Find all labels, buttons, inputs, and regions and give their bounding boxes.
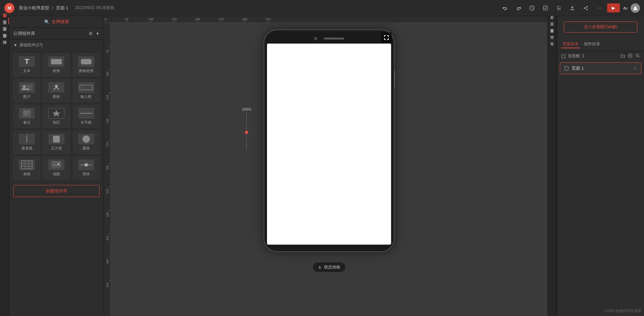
- component-item-note[interactable]: 备注: [13, 105, 40, 128]
- star-icon[interactable]: ☆: [633, 66, 637, 71]
- left-ruler: 0 50 100 150 200 250 300: [104, 23, 111, 316]
- svg-point-75: [636, 54, 639, 57]
- phone-notch: [267, 37, 391, 40]
- component-item-hline[interactable]: 水平线: [73, 105, 100, 128]
- svg-text:350: 350: [106, 189, 109, 194]
- search-pages-icon[interactable]: [635, 53, 640, 59]
- component-item-slider[interactable]: 滑块: [73, 156, 100, 180]
- panel-header: 公用组件库 ⚙ ✦: [9, 28, 104, 40]
- canvas-content: 100%: [111, 23, 547, 272]
- component-item-square[interactable]: 正方形: [43, 131, 70, 154]
- svg-rect-5: [51, 59, 62, 64]
- more-button[interactable]: ···: [594, 3, 604, 13]
- rsvtab-settings[interactable]: 设置: [548, 25, 556, 32]
- history-button[interactable]: [527, 3, 537, 13]
- component-item-vline[interactable]: 垂直线: [13, 131, 40, 154]
- canvas-area: 0 50 100 150 200 250 300 350: [104, 16, 547, 316]
- redo-button[interactable]: [513, 3, 524, 13]
- gear-icon[interactable]: ✦: [96, 31, 100, 36]
- component-icon-image: [19, 82, 35, 93]
- ruler-top-svg: 0 50 100 150 200 250 300 350: [104, 16, 547, 23]
- fullscreen-button[interactable]: [381, 32, 392, 43]
- component-item-icon[interactable]: 图标: [43, 79, 70, 102]
- component-item-circle[interactable]: 圆形: [73, 131, 100, 154]
- svg-rect-12: [22, 109, 31, 117]
- section-header[interactable]: ▼ 基础组件(17): [9, 40, 104, 51]
- svg-text:50: 50: [125, 18, 128, 21]
- component-label-rounded-rect: 圆角矩形: [79, 68, 94, 73]
- canvas-main: 0 50 100 150 200 250 300: [104, 23, 547, 316]
- svg-text:350: 350: [265, 18, 271, 21]
- share-button[interactable]: [580, 3, 591, 13]
- multiview-section: 进入多视图(Tab键): [557, 16, 644, 38]
- right-panel: 进入多视图(Tab键) 页面目录 组件目录 页面数: 1: [557, 16, 644, 316]
- checkbox-button[interactable]: [540, 3, 551, 13]
- component-icon-text: T: [19, 56, 35, 67]
- rsvtab-page-event[interactable]: 页面事件: [548, 32, 556, 39]
- undo-button[interactable]: [500, 3, 511, 13]
- app-name: 美业小程序原型: [19, 5, 49, 11]
- folder-icon[interactable]: [621, 53, 625, 59]
- page-add-icon[interactable]: [628, 53, 633, 59]
- status-animation-bar[interactable]: ∧ 状态动画: [313, 262, 345, 272]
- svg-text:300: 300: [106, 165, 109, 170]
- enter-multiview-button[interactable]: 进入多视图(Tab键): [564, 21, 637, 33]
- svg-rect-46: [104, 23, 111, 291]
- avatar[interactable]: [631, 3, 640, 13]
- csdn-watermark: CSDN @低代码布道师: [604, 308, 641, 313]
- page-item-1[interactable]: 页面 1 ☆: [560, 62, 641, 74]
- settings-icon[interactable]: ⚙: [89, 31, 93, 36]
- download-button[interactable]: [567, 3, 578, 13]
- app-logo[interactable]: M: [4, 3, 15, 13]
- component-item-text[interactable]: T 文本: [13, 53, 40, 76]
- svg-rect-77: [565, 66, 568, 70]
- component-item-rect[interactable]: 矩形: [43, 53, 70, 76]
- svg-point-19: [83, 135, 90, 143]
- component-item-table[interactable]: 表格: [13, 156, 40, 180]
- page-dir-tabs: 页面目录 组件目录: [557, 38, 644, 51]
- vtab-image-lib[interactable]: 图片库: [0, 31, 9, 38]
- zoom-tick3: [246, 128, 247, 130]
- component-icon-table: [19, 160, 35, 170]
- vtab-ref-component[interactable]: 引用组件: [0, 38, 9, 44]
- component-item-input[interactable]: ··· 输入框: [73, 79, 100, 102]
- svg-text:300: 300: [242, 18, 247, 21]
- tab-page-directory[interactable]: 页面目录: [561, 41, 580, 48]
- component-label-hline: 水平线: [80, 120, 92, 125]
- page-name: 页面 1: [56, 5, 68, 11]
- svg-rect-71: [562, 55, 565, 58]
- component-item-hotzone[interactable]: 热区: [43, 105, 70, 128]
- phone-side-button: [394, 70, 395, 87]
- component-item-rounded-rect[interactable]: 圆角矩形: [73, 53, 100, 76]
- vtab-page-lib[interactable]: 页面库: [0, 24, 9, 31]
- topbar-actions: ··· ▶: [500, 3, 640, 13]
- save-button[interactable]: [553, 3, 564, 13]
- rsvtab-directory[interactable]: 目录: [548, 19, 556, 25]
- svg-text:0: 0: [104, 28, 105, 29]
- status-animation-label: 状态动画: [324, 264, 340, 270]
- search-button[interactable]: 🔍 全网搜索: [13, 19, 100, 25]
- component-icon-vline: [19, 134, 35, 144]
- component-label-hotzone: 热区: [53, 120, 60, 125]
- component-item-image[interactable]: 图片: [13, 79, 40, 102]
- canvas-scroll[interactable]: 100%: [111, 23, 547, 316]
- tab-component-directory[interactable]: 组件目录: [583, 41, 601, 48]
- rsvtab-notes[interactable]: 备注: [548, 46, 556, 52]
- vtab-component-lib[interactable]: 组件库: [0, 17, 9, 24]
- component-icon-rounded-rect: [78, 56, 94, 67]
- vtab-help[interactable]: 帮助: [0, 44, 9, 51]
- section-title: 基础组件(17): [19, 42, 43, 48]
- component-label-note: 备注: [23, 120, 31, 125]
- component-label-image: 图片: [23, 94, 31, 99]
- svg-text:100: 100: [106, 71, 109, 76]
- component-label-square: 正方形: [51, 146, 62, 151]
- run-button[interactable]: ▶: [607, 3, 620, 12]
- zoom-dot: [245, 131, 248, 134]
- component-icon-hotzone: [48, 108, 64, 119]
- page-item-icon: [564, 66, 569, 71]
- component-item-map[interactable]: 地图: [43, 156, 70, 180]
- svg-point-9: [55, 85, 58, 87]
- rsvtab-version[interactable]: 版本: [548, 39, 556, 46]
- create-lib-button[interactable]: 创建组件库: [13, 185, 100, 197]
- add-user-button[interactable]: [623, 5, 628, 11]
